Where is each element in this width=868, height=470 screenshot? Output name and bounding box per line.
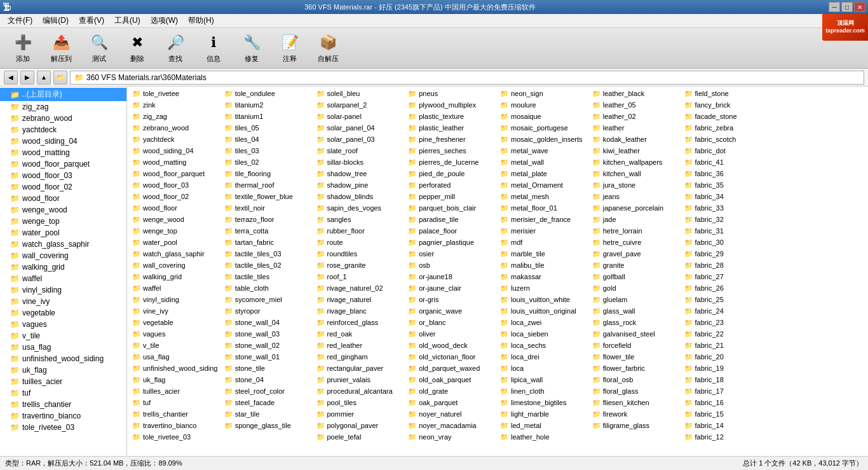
list-item[interactable]: 📁leather_05	[590, 99, 682, 111]
list-item[interactable]: 📁jade	[590, 214, 682, 225]
list-item[interactable]: 📁luzern	[498, 282, 590, 294]
list-item[interactable]: 📁fabric_24	[682, 305, 774, 317]
list-item[interactable]: 📁stone_wall_04	[222, 317, 314, 328]
list-item[interactable]: 📁stone_04	[222, 374, 314, 385]
list-item[interactable]: 📁louis_vuitton_original	[498, 305, 590, 317]
sidebar-item[interactable]: 📁zebrano_wood	[0, 113, 126, 124]
list-item[interactable]: 📁osb	[405, 259, 498, 271]
menu-item[interactable]: 工具(U)	[109, 14, 146, 27]
list-item[interactable]: 📁wenge_top	[130, 225, 222, 237]
sidebar-item[interactable]: 📁wood_siding_04	[0, 135, 126, 147]
list-item[interactable]: 📁fabric_31	[682, 225, 774, 237]
list-item[interactable]: 📁mdf	[498, 237, 590, 248]
list-item[interactable]: 📁neon_sign	[498, 88, 590, 99]
list-item[interactable]: 📁unfinished_wood_siding	[130, 363, 222, 374]
list-item[interactable]: 📁loca_sechs	[498, 340, 590, 351]
list-item[interactable]: 📁plastic_leather	[405, 122, 498, 134]
sidebar-item[interactable]: 📁tuf	[0, 387, 126, 399]
toolbar-button-添加[interactable]: ➕添加	[5, 31, 41, 66]
list-item[interactable]: 📁route	[314, 237, 406, 248]
list-item[interactable]: 📁soleil_bleu	[314, 88, 406, 99]
sidebar-item[interactable]: 📁wood_floor	[0, 193, 126, 204]
sidebar-item[interactable]: 📁travertino_bianco	[0, 410, 126, 422]
list-item[interactable]: 📁tactile_tiles	[222, 271, 314, 282]
sidebar-item[interactable]: 📁yachtdeck	[0, 124, 126, 135]
list-item[interactable]: 📁watch_glass_saphir	[130, 248, 222, 259]
list-item[interactable]: 📁roundtiles	[314, 248, 406, 259]
list-item[interactable]: 📁wood_floor_parquet	[130, 168, 222, 179]
toolbar-button-注释[interactable]: 📝注释	[272, 31, 308, 66]
back-button[interactable]: ◀	[4, 71, 18, 85]
sidebar-item[interactable]: 📁wood_floor_parquet	[0, 158, 126, 170]
list-item[interactable]: 📁oak_parquet	[405, 397, 498, 408]
list-item[interactable]: 📁prunier_valais	[314, 374, 406, 385]
list-item[interactable]: 📁fabric_zebra	[682, 122, 774, 134]
list-item[interactable]: 📁light_marble	[498, 408, 590, 420]
list-item[interactable]: 📁polygonal_paver	[314, 420, 406, 431]
sidebar-item[interactable]: 📁vegetable	[0, 307, 126, 319]
list-item[interactable]: 📁fabric_26	[682, 282, 774, 294]
list-item[interactable]: 📁organic_wave	[405, 305, 498, 317]
folder-button[interactable]: 📁	[53, 71, 67, 85]
list-item[interactable]: 📁tiles_04	[222, 134, 314, 145]
list-item[interactable]: 📁rectangular_paver	[314, 363, 406, 374]
sidebar-item[interactable]: 📁uk_flag	[0, 364, 126, 376]
list-item[interactable]: 📁wood_matting	[130, 156, 222, 168]
list-item[interactable]: 📁makassar	[498, 271, 590, 282]
sidebar-item[interactable]: 📁watch_glass_saphir	[0, 238, 126, 250]
sidebar-item[interactable]: 📁tole_rivetee_03	[0, 422, 126, 433]
list-item[interactable]: 📁wood_floor_02	[130, 191, 222, 202]
list-item[interactable]: 📁tuf	[130, 397, 222, 408]
minimize-button[interactable]: ─	[829, 2, 840, 12]
list-item[interactable]: 📁or-jaune_clair	[405, 282, 498, 294]
list-item[interactable]: 📁fabric_19	[682, 363, 774, 374]
list-item[interactable]: 📁titanium1	[222, 111, 314, 122]
list-item[interactable]: 📁plastic_texture	[405, 111, 498, 122]
list-item[interactable]: 📁palace_floor	[405, 225, 498, 237]
list-item[interactable]: 📁fabric_28	[682, 259, 774, 271]
list-item[interactable]: 📁gravel_pave	[590, 248, 682, 259]
list-item[interactable]: 📁flower_tile	[590, 351, 682, 363]
list-item[interactable]: 📁roof_1	[314, 271, 406, 282]
list-item[interactable]: 📁merisier	[498, 225, 590, 237]
list-item[interactable]: 📁metal_mesh	[498, 191, 590, 202]
list-item[interactable]: 📁metal_plate	[498, 168, 590, 179]
list-item[interactable]: 📁fabric_21	[682, 340, 774, 351]
list-item[interactable]: 📁wood_floor_03	[130, 179, 222, 191]
list-item[interactable]: 📁reinforced_glass	[314, 317, 406, 328]
list-item[interactable]: 📁pied_de_poule	[405, 168, 498, 179]
toolbar-button-修复[interactable]: 🔧修复	[234, 31, 269, 66]
list-item[interactable]: 📁zig_zag	[130, 111, 222, 122]
list-item[interactable]: 📁pierres_seches	[405, 145, 498, 156]
list-item[interactable]: 📁marble_tile	[498, 248, 590, 259]
list-item[interactable]: 📁merisier_de_france	[498, 214, 590, 225]
list-item[interactable]: 📁wenge_wood	[130, 214, 222, 225]
list-item[interactable]: 📁leather	[590, 122, 682, 134]
list-item[interactable]: 📁fabric_20	[682, 351, 774, 363]
list-item[interactable]: 📁fabric_41	[682, 156, 774, 168]
list-item[interactable]: 📁pommier	[314, 408, 406, 420]
list-item[interactable]: 📁steel_facade	[222, 397, 314, 408]
list-item[interactable]: 📁kitchen_wallpapers	[590, 156, 682, 168]
list-item[interactable]: 📁fabric_32	[682, 214, 774, 225]
list-item[interactable]: 📁vegetable	[130, 317, 222, 328]
list-item[interactable]: 📁fabric_34	[682, 191, 774, 202]
list-item[interactable]: 📁tile_flooring	[222, 168, 314, 179]
maximize-button[interactable]: □	[841, 2, 853, 12]
list-item[interactable]: 📁vinyl_siding	[130, 294, 222, 305]
list-item[interactable]: 📁steel_roof_color	[222, 385, 314, 397]
close-button[interactable]: ✕	[854, 2, 865, 12]
list-item[interactable]: 📁forcefield	[590, 340, 682, 351]
list-item[interactable]: 📁old_oak_parquet	[405, 374, 498, 385]
sidebar-item[interactable]: 📁vagues	[0, 319, 126, 330]
list-item[interactable]: 📁tuilles_acier	[130, 385, 222, 397]
list-item[interactable]: 📁kiwi_leather	[590, 145, 682, 156]
sidebar-parent-dir[interactable]: 📁 ..(上层目录)	[0, 88, 126, 101]
list-item[interactable]: 📁field_stone	[682, 88, 774, 99]
list-item[interactable]: 📁walking_grid	[130, 271, 222, 282]
list-item[interactable]: 📁shadow_pine	[314, 179, 406, 191]
list-item[interactable]: 📁floral_osb	[590, 374, 682, 385]
list-item[interactable]: 📁rose_granite	[314, 259, 406, 271]
sidebar-item[interactable]: 📁wood_matting	[0, 147, 126, 158]
list-item[interactable]: 📁shadow_blinds	[314, 191, 406, 202]
